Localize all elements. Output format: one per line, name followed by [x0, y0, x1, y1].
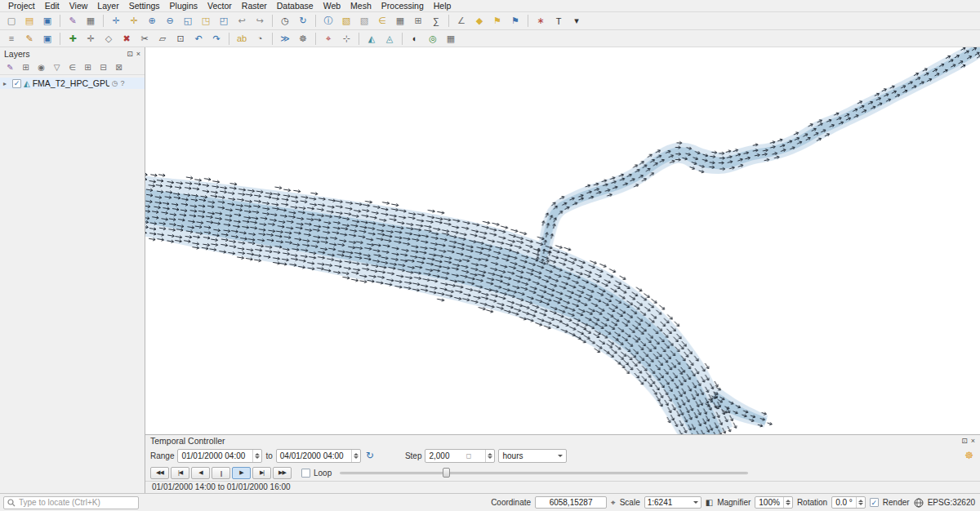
menu-view[interactable]: View	[65, 1, 93, 11]
menu-mesh[interactable]: Mesh	[345, 1, 376, 11]
range-end-input[interactable]: 04/01/2000 04:00	[276, 449, 361, 463]
open-attribute-table-icon[interactable]: ▦	[392, 14, 408, 29]
spinner-arrows-icon[interactable]	[856, 497, 865, 508]
map-tips-icon[interactable]: ◆	[471, 14, 488, 29]
close-panel-icon[interactable]: ×	[971, 437, 975, 445]
menu-web[interactable]: Web	[318, 1, 345, 11]
copy-features-icon[interactable]: ▱	[154, 31, 171, 46]
grid-toolbar-icon[interactable]: ▦	[443, 31, 459, 46]
expand-all-icon[interactable]: ⊞	[81, 61, 95, 73]
zoom-full-icon[interactable]: ◱	[180, 14, 196, 29]
lock-scale-icon[interactable]: ◧	[706, 498, 713, 507]
spinner-arrows-icon[interactable]	[252, 450, 261, 462]
crs-button[interactable]: EPSG:32620	[928, 498, 975, 507]
layer-labeling-icon[interactable]: ab	[234, 31, 250, 46]
expand-caret-icon[interactable]: ▸	[3, 80, 10, 87]
zoom-out-icon[interactable]: ⊖	[162, 14, 178, 29]
filter-by-expression-icon[interactable]: ∈	[65, 61, 79, 73]
filter-legend-icon[interactable]: ▽	[50, 61, 64, 73]
new-bookmark-icon[interactable]: ⚑	[489, 14, 506, 29]
zoom-next-icon[interactable]: ↪	[252, 14, 268, 29]
annotation-dropdown-icon[interactable]: ▾	[568, 14, 585, 29]
mesh-transform-icon[interactable]: ◬	[381, 31, 398, 46]
pan-map-icon[interactable]: ✛	[108, 14, 124, 29]
current-edits-icon[interactable]: ≡	[3, 31, 20, 46]
toggle-editing-icon[interactable]: ✎	[21, 31, 38, 46]
menu-layer[interactable]: Layer	[92, 1, 123, 11]
float-panel-icon[interactable]: ⊡	[127, 50, 133, 58]
manage-map-themes-icon[interactable]: ◉	[34, 61, 48, 73]
time-slider[interactable]	[340, 467, 748, 478]
add-group-icon[interactable]: ⊞	[19, 61, 33, 73]
open-layer-styling-icon[interactable]: ✎	[3, 61, 17, 73]
render-checkbox[interactable]: ✓	[870, 498, 879, 507]
skip-to-start-button[interactable]: |◀	[171, 467, 189, 479]
toggle-extents-icon[interactable]: ⌖	[611, 498, 616, 508]
range-start-input[interactable]: 01/01/2000 04:00	[177, 449, 262, 463]
coordinate-capture-icon[interactable]: ⌖	[320, 31, 336, 46]
add-feature-icon[interactable]: ✚	[65, 31, 81, 46]
new-project-icon[interactable]: ▢	[3, 14, 20, 29]
statistical-summary-icon[interactable]: ∑	[428, 14, 444, 29]
cut-features-icon[interactable]: ✂	[136, 31, 153, 46]
menu-database[interactable]: Database	[272, 1, 318, 11]
text-annotation-icon[interactable]: T	[550, 14, 567, 29]
magnifier-spinbox[interactable]: 100%	[755, 496, 793, 509]
spinner-arrows-icon[interactable]	[485, 450, 494, 462]
undo-icon[interactable]: ↶	[190, 31, 207, 46]
show-bookmarks-icon[interactable]: ⚑	[507, 14, 523, 29]
layer-item[interactable]: ▸ ✓ ◭ FMA_T2_HPC_GPU_PU1_10 ◷ ?	[0, 78, 145, 89]
select-by-expression-icon[interactable]: ∈	[374, 14, 390, 29]
vertex-tool-icon[interactable]: ◇	[100, 31, 117, 46]
step-back-button[interactable]: ◀	[191, 467, 210, 479]
temporal-controller-icon[interactable]: ◷	[277, 14, 293, 29]
refresh-map-icon[interactable]: ↻	[295, 14, 311, 29]
zoom-last-icon[interactable]: ↩	[234, 14, 250, 29]
locate-input[interactable]: Type to locate (Ctrl+K)	[3, 496, 139, 509]
redo-icon[interactable]: ↷	[208, 31, 225, 46]
menu-help[interactable]: Help	[429, 1, 457, 11]
measure-line-icon[interactable]: ∠	[453, 14, 470, 29]
spinner-arrows-icon[interactable]	[783, 497, 792, 508]
refresh-range-icon[interactable]: ↻	[364, 450, 376, 461]
layer-visibility-checkbox[interactable]: ✓	[12, 79, 21, 88]
collapse-all-icon[interactable]: ⊟	[96, 61, 110, 73]
play-button[interactable]: ▶	[232, 467, 251, 479]
zoom-in-icon[interactable]: ⊕	[144, 14, 160, 29]
deselect-features-icon[interactable]: ▧	[356, 14, 372, 29]
menu-settings[interactable]: Settings	[124, 1, 165, 11]
layer-diagram-icon[interactable]: ◔	[252, 31, 268, 46]
pause-button[interactable]: ||	[212, 467, 230, 479]
spinner-arrows-icon[interactable]	[351, 450, 360, 462]
step-unit-combo[interactable]: hours	[498, 449, 567, 463]
slider-handle[interactable]	[443, 468, 450, 478]
processing-toolbox-icon[interactable]: ☸	[295, 31, 311, 46]
layout-manager-icon[interactable]: ▦	[82, 14, 99, 29]
temporal-settings-icon[interactable]: ☸	[964, 450, 975, 461]
mesh-digitizing-icon[interactable]: ◭	[363, 31, 380, 46]
remove-layer-icon[interactable]: ⊠	[112, 61, 126, 73]
scale-combo[interactable]: 1:6241	[644, 496, 702, 509]
menu-edit[interactable]: Edit	[40, 1, 65, 11]
menu-project[interactable]: Project	[3, 1, 40, 11]
loop-toggle[interactable]: Loop	[301, 469, 332, 478]
identify-features-icon[interactable]: ⓘ	[320, 14, 336, 29]
skip-to-end-button[interactable]: ▶|	[252, 467, 271, 479]
style-manager-icon[interactable]: ✎	[65, 14, 81, 29]
paste-features-icon[interactable]: ⊡	[172, 31, 189, 46]
quickmap-services-icon[interactable]: ◎	[425, 31, 441, 46]
pan-to-selection-icon[interactable]: ✛	[126, 14, 142, 29]
coordinate-input[interactable]: 6058,15287	[535, 496, 607, 509]
save-project-icon[interactable]: ▣	[39, 14, 56, 29]
close-panel-icon[interactable]: ×	[136, 50, 140, 58]
save-layer-edits-icon[interactable]: ▣	[39, 31, 56, 46]
menu-vector[interactable]: Vector	[203, 1, 237, 11]
zoom-to-layer-icon[interactable]: ◰	[216, 14, 232, 29]
menu-raster[interactable]: Raster	[237, 1, 272, 11]
rewind-button[interactable]: ◀◀	[150, 467, 169, 479]
menu-processing[interactable]: Processing	[376, 1, 429, 11]
move-feature-icon[interactable]: ✛	[82, 31, 99, 46]
rotation-spinbox[interactable]: 0.0 °	[831, 496, 866, 509]
select-features-icon[interactable]: ▧	[338, 14, 354, 29]
step-input[interactable]: 2,000 ◻	[425, 449, 495, 463]
